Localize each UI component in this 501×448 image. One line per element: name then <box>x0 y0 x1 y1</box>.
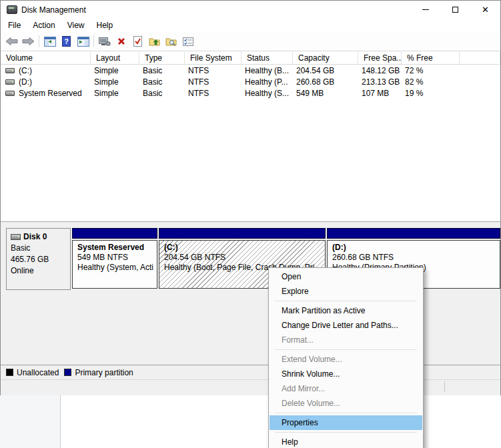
forward-button[interactable] <box>20 33 37 49</box>
volume-free: 148.12 GB <box>358 66 402 75</box>
back-button[interactable] <box>3 33 20 49</box>
check-document-icon <box>133 36 142 47</box>
volume-type: Basic <box>139 89 185 98</box>
menu-separator <box>275 413 417 413</box>
volume-capacity: 260.68 GB <box>293 77 358 87</box>
table-row-c[interactable]: (C:) Simple Basic NTFS Healthy (B... 204… <box>1 65 500 76</box>
explore-folder-icon <box>165 37 177 46</box>
column-header-free-space[interactable]: Free Spa... <box>358 52 402 64</box>
volume-name: (D:) <box>19 77 32 87</box>
caption-buttons: ✕ <box>410 1 500 19</box>
disk-management-app-icon[interactable] <box>7 5 17 14</box>
disk0-card[interactable]: Disk 0 Basic 465.76 GB Online <box>6 228 71 290</box>
column-header-capacity[interactable]: Capacity <box>293 52 358 64</box>
task-list-icon <box>183 37 193 46</box>
task-list-button[interactable] <box>179 33 196 49</box>
explore-folder-button[interactable] <box>163 33 179 49</box>
volume-icon <box>5 91 15 96</box>
menu-item-add-mirror: Add Mirror... <box>270 381 422 396</box>
volume-capacity: 204.54 GB <box>293 66 358 75</box>
unallocated-swatch-icon <box>6 369 13 376</box>
show-console-tree-icon <box>44 37 56 47</box>
forward-icon <box>22 37 35 46</box>
delete-icon <box>117 37 126 46</box>
volume-list-header: Volume Layout Type File System Status Ca… <box>1 52 500 65</box>
column-header-blank <box>460 52 500 64</box>
column-header-status[interactable]: Status <box>241 52 293 64</box>
primary-partition-band <box>72 228 157 239</box>
show-console-tree-button[interactable] <box>41 33 58 49</box>
legend-unallocated: Unallocated <box>6 368 59 377</box>
disk-status: Online <box>11 266 70 275</box>
menu-file[interactable]: File <box>2 19 27 31</box>
column-header-file-system[interactable]: File System <box>185 52 241 64</box>
volume-list-pane: Volume Layout Type File System Status Ca… <box>1 52 500 221</box>
close-button[interactable]: ✕ <box>470 1 500 19</box>
volume-layout: Simple <box>91 89 139 98</box>
menu-separator <box>275 432 417 433</box>
device-view-button[interactable] <box>96 33 113 49</box>
partition-status: Healthy (System, Acti <box>77 263 157 272</box>
volume-icon <box>5 68 15 73</box>
volume-type: Basic <box>139 77 185 87</box>
partition-system-reserved[interactable]: System Reserved 549 MB NTFS Healthy (Sys… <box>72 228 157 290</box>
primary-partition-swatch-icon <box>64 369 71 376</box>
legend-label: Primary partition <box>75 368 133 377</box>
column-header-pct-free[interactable]: % Free <box>402 52 460 64</box>
maximize-button[interactable] <box>440 1 470 19</box>
volume-fs: NTFS <box>185 77 241 87</box>
menu-item-shrink-volume[interactable]: Shrink Volume... <box>270 367 422 381</box>
partition-size: 549 MB NTFS <box>77 253 157 262</box>
volume-type: Basic <box>139 66 185 75</box>
device-view-icon <box>98 37 111 47</box>
menu-item-change-drive-letter[interactable]: Change Drive Letter and Paths... <box>270 318 422 333</box>
partition-name: (D:) <box>332 243 500 252</box>
volume-status: Healthy (P... <box>241 77 293 87</box>
show-action-pane-icon <box>77 37 89 47</box>
volume-layout: Simple <box>91 66 139 75</box>
volume-fs: NTFS <box>185 89 241 98</box>
delete-button[interactable] <box>113 33 129 49</box>
toolbar-separator <box>39 35 39 47</box>
open-folder-button[interactable] <box>146 33 163 49</box>
menu-action[interactable]: Action <box>27 19 61 31</box>
volume-capacity: 549 MB <box>293 89 358 98</box>
minimize-button[interactable] <box>410 1 440 19</box>
column-header-layout[interactable]: Layout <box>91 52 139 64</box>
menu-view[interactable]: View <box>61 19 91 31</box>
table-row-system-reserved[interactable]: System Reserved Simple Basic NTFS Health… <box>1 87 500 99</box>
menu-separator <box>275 301 417 301</box>
volume-layout: Simple <box>91 77 139 87</box>
volume-status: Healthy (B... <box>241 66 293 75</box>
menu-separator <box>275 349 417 350</box>
menu-help[interactable]: Help <box>91 19 119 31</box>
desktop-background <box>0 395 501 448</box>
menu-item-delete-volume: Delete Volume... <box>270 396 422 411</box>
menu-item-properties[interactable]: Properties <box>270 415 422 430</box>
volume-free: 107 MB <box>358 89 402 98</box>
menu-item-open[interactable]: Open <box>270 269 422 284</box>
background-window-panel <box>0 395 61 448</box>
primary-partition-band <box>159 228 326 239</box>
help-button[interactable]: ? <box>58 33 75 49</box>
menu-item-help[interactable]: Help <box>270 435 422 448</box>
close-icon: ✕ <box>482 5 489 14</box>
disk-type: Basic <box>11 243 70 253</box>
show-action-pane-button[interactable] <box>75 33 91 49</box>
volume-name: System Reserved <box>19 89 82 98</box>
volume-status: Healthy (S... <box>241 89 293 98</box>
toolbar: ? <box>1 32 500 51</box>
column-header-type[interactable]: Type <box>139 52 185 64</box>
column-header-volume[interactable]: Volume <box>1 52 91 64</box>
menu-item-explore[interactable]: Explore <box>270 284 422 299</box>
legend-label: Unallocated <box>17 368 59 377</box>
disk-name: Disk 0 <box>23 232 47 241</box>
menu-item-mark-partition-active[interactable]: Mark Partition as Active <box>270 303 422 318</box>
window-title: Disk Management <box>21 5 86 15</box>
primary-partition-band <box>327 228 500 239</box>
volume-fs: NTFS <box>185 66 241 75</box>
volume-pct-free: 82 % <box>402 77 460 87</box>
disk-icon <box>11 234 21 240</box>
check-document-button[interactable] <box>129 33 146 49</box>
table-row-d[interactable]: (D:) Simple Basic NTFS Healthy (P... 260… <box>1 76 500 87</box>
